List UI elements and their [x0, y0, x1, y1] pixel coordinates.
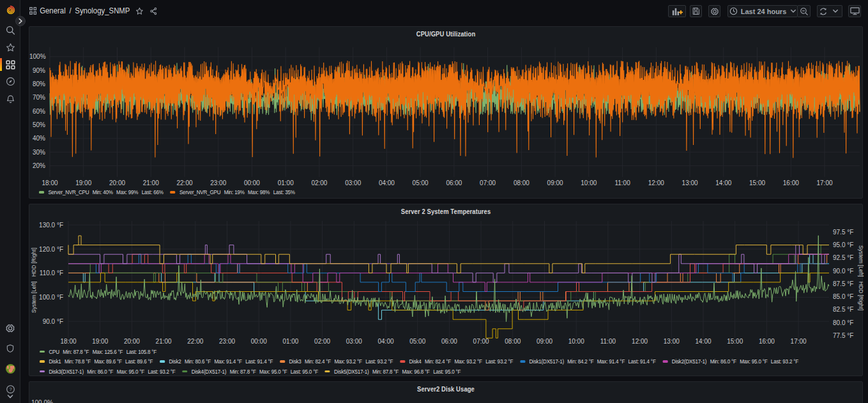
svg-text:?: ?	[9, 386, 11, 392]
